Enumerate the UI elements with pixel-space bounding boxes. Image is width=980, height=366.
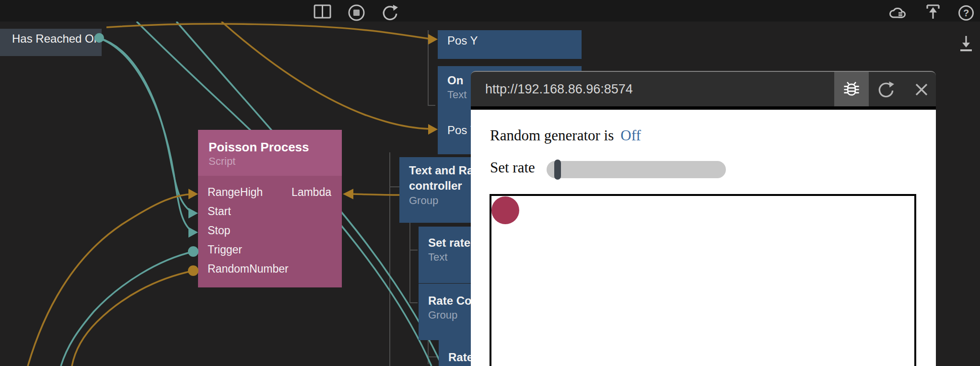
cloud-sync-button[interactable] xyxy=(887,5,910,24)
preview-window: http://192.168.86.96:8574 xyxy=(471,71,936,366)
node-title: Pos Y xyxy=(438,33,582,48)
node-header: Poisson Process Script xyxy=(198,130,342,176)
preview-page: Random generator isOff Set rate xyxy=(471,110,936,366)
split-view-icon xyxy=(314,4,331,19)
port-label-randomnumber: RandomNumber xyxy=(208,262,289,276)
node-subtitle: Script xyxy=(209,155,342,168)
download-icon xyxy=(958,34,974,55)
top-toolbar: ? xyxy=(0,0,980,22)
node-body: RangeHigh Start Stop Trigger RandomNumbe… xyxy=(198,176,342,287)
port-label-start: Start xyxy=(208,204,231,218)
preview-refresh-button[interactable] xyxy=(875,72,898,107)
status-prefix: Random generator is xyxy=(490,127,614,144)
rate-slider-thumb[interactable] xyxy=(554,160,561,180)
help-button[interactable]: ? xyxy=(958,5,974,23)
rate-slider[interactable] xyxy=(547,161,726,178)
download-button[interactable] xyxy=(958,34,974,57)
preview-content-frame: Random generator isOff Set rate xyxy=(471,106,936,366)
stop-icon xyxy=(348,4,365,22)
bug-icon xyxy=(842,80,861,99)
stop-button[interactable] xyxy=(348,4,365,23)
port-label-stop: Stop xyxy=(208,223,230,238)
port-label-trigger: Trigger xyxy=(208,242,242,257)
node-title: Has Reached On xyxy=(0,31,102,46)
close-icon xyxy=(914,82,929,97)
port-label-rangehigh: RangeHigh xyxy=(208,185,263,199)
preview-url-bar[interactable]: http://192.168.86.96:8574 xyxy=(471,71,936,107)
node-poisson-process[interactable]: Poisson Process Script RangeHigh Start S… xyxy=(198,130,342,287)
reload-button[interactable] xyxy=(381,4,399,23)
simulation-box xyxy=(490,194,916,366)
reload-icon xyxy=(381,4,399,22)
node-title: Poisson Process xyxy=(209,139,342,155)
share-upload-button[interactable] xyxy=(924,3,942,23)
debug-button[interactable] xyxy=(834,72,869,107)
cloud-sync-icon xyxy=(887,5,910,22)
preview-close-button[interactable] xyxy=(910,72,933,107)
status-value: Off xyxy=(620,127,641,144)
svg-text:?: ? xyxy=(963,8,969,18)
url-text[interactable]: http://192.168.86.96:8574 xyxy=(485,72,633,106)
app-window: Has Reached On Pos Y On Text Pos Y Poiss… xyxy=(0,0,980,366)
refresh-icon xyxy=(877,80,895,99)
status-line: Random generator isOff xyxy=(490,127,641,144)
port-label-lambda: Lambda xyxy=(292,185,331,199)
split-view-button[interactable] xyxy=(314,4,331,21)
node-has-reached-on[interactable]: Has Reached On xyxy=(0,29,102,56)
node-pos-y-1[interactable]: Pos Y xyxy=(438,30,582,59)
simulation-circle xyxy=(491,196,519,224)
help-icon: ? xyxy=(958,5,974,21)
rate-label: Set rate xyxy=(490,159,535,176)
share-upload-icon xyxy=(924,3,942,21)
